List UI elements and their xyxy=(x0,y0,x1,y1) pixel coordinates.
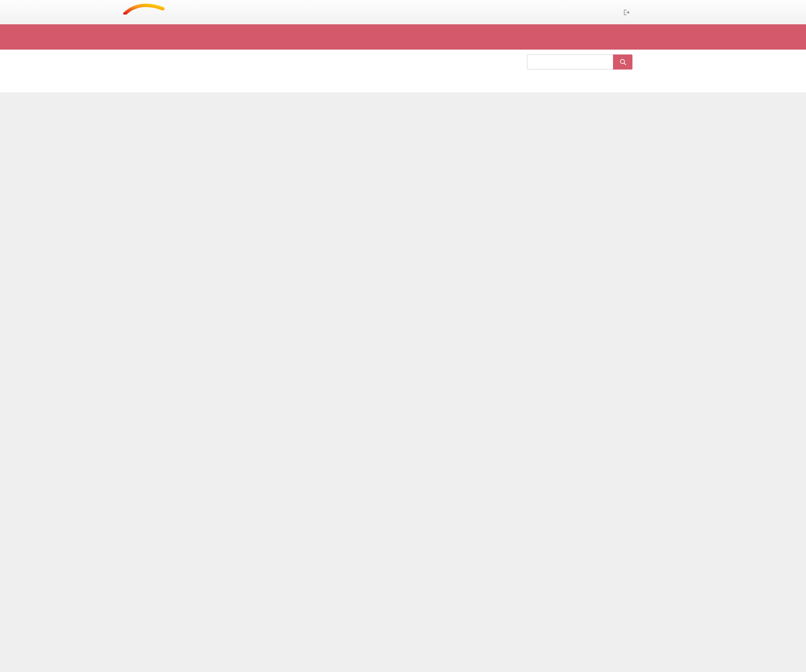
main-nav xyxy=(0,24,806,50)
page xyxy=(0,0,806,672)
subheader xyxy=(0,50,806,92)
topbar-links xyxy=(591,9,632,16)
topbar xyxy=(0,0,806,24)
search-button[interactable] xyxy=(613,54,632,70)
logout-button[interactable] xyxy=(623,9,632,16)
search-box xyxy=(527,54,632,70)
search-icon xyxy=(619,58,627,66)
filters xyxy=(125,74,632,92)
logout-icon xyxy=(623,9,630,16)
search-input[interactable] xyxy=(527,54,613,70)
main-area xyxy=(0,92,806,157)
logo-arc-icon xyxy=(123,2,165,15)
